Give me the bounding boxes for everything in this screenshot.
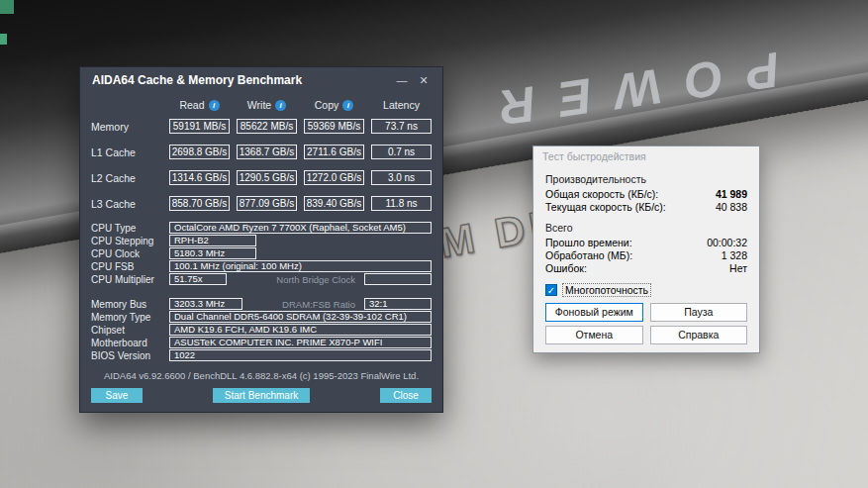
info-row-memory-type: Memory Type Dual Channel DDR5-6400 SDRAM…: [91, 311, 432, 323]
info-label: Chipset: [91, 325, 162, 336]
cpu-fsb-value: 100.1 MHz (original: 100 MHz): [169, 260, 432, 272]
memory-copy-value: 59369 MB/s: [304, 119, 364, 134]
start-benchmark-button[interactable]: Start Benchmark: [213, 388, 310, 403]
checkbox-checked-icon[interactable]: ✓: [545, 284, 557, 296]
write-info-icon[interactable]: i: [275, 100, 286, 111]
l3-read-value: 858.70 GB/s: [169, 196, 230, 211]
errors-value: Нет: [729, 262, 747, 274]
cancel-button[interactable]: Отмена: [545, 326, 643, 344]
speed-test-body: Производительность Общая скорость (КБ/с)…: [533, 166, 759, 352]
l2-read-value: 1314.6 GB/s: [169, 170, 230, 185]
copy-info-icon[interactable]: i: [342, 100, 353, 111]
speed-test-window-title: Тест быстродействия: [542, 150, 646, 162]
current-speed-value: 40 838: [716, 201, 747, 213]
info-row-memory-bus: Memory Bus 3203.3 MHz DRAM:FSB Ratio 32:…: [91, 298, 432, 310]
info-row-cpu-stepping: CPU Stepping RPH-B2: [91, 235, 432, 246]
read-info-icon[interactable]: i: [209, 100, 220, 111]
stat-label: Ошибок:: [545, 262, 587, 274]
aida64-button-bar: Save Start Benchmark Close: [91, 388, 432, 403]
column-latency-label: Latency: [383, 99, 420, 111]
l2-latency-value: 3.0 ns: [371, 170, 432, 185]
benchmark-header-row: Readi Writei Copyi Latency: [91, 99, 432, 111]
column-copy-label: Copy: [315, 99, 339, 111]
row-label: L3 Cache: [91, 198, 162, 210]
info-label: CPU Stepping: [91, 236, 162, 246]
performance-section-header: Производительность: [545, 173, 747, 185]
stat-label: Общая скорость (КБ/с):: [545, 188, 658, 200]
memory-write-value: 85622 MB/s: [237, 119, 297, 134]
stat-row-processed-mb: Обработано (МБ): 1 328: [545, 249, 747, 261]
row-label: L2 Cache: [91, 172, 162, 184]
aida64-window-title: AIDA64 Cache & Memory Benchmark: [92, 73, 391, 87]
memory-type-value: Dual Channel DDR5-6400 SDRAM (32-39-39-1…: [169, 311, 432, 323]
info-row-cpu-multiplier: CPU Multiplier 51.75x North Bridge Clock: [91, 273, 432, 285]
info-label: BIOS Version: [91, 350, 162, 361]
save-button[interactable]: Save: [91, 388, 143, 403]
stat-label: Прошло времени:: [545, 237, 632, 248]
l1-write-value: 1368.7 GB/s: [237, 145, 297, 159]
stat-row-elapsed-time: Прошло времени: 00:00:32: [545, 237, 747, 248]
help-button[interactable]: Справка: [650, 326, 748, 344]
stat-label: Обработано (МБ):: [545, 249, 632, 261]
l3-write-value: 877.09 GB/s: [237, 196, 297, 211]
cpu-type-value: OctalCore AMD Ryzen 7 7700X (Raphael, So…: [169, 222, 432, 234]
total-speed-value: 41 989: [716, 188, 747, 200]
row-label: L1 Cache: [91, 146, 162, 158]
desktop: POWER M DDR5 AIDA64 Cache & Memory Bench…: [0, 0, 868, 488]
l1-read-value: 2698.8 GB/s: [169, 145, 230, 159]
aida64-body: Readi Writei Copyi Latency Memory 59191 …: [80, 93, 442, 412]
info-label: Memory Bus: [91, 299, 162, 310]
close-button[interactable]: Close: [380, 388, 432, 403]
l2-copy-value: 1272.0 GB/s: [304, 170, 364, 185]
info-row-motherboard: Motherboard ASUSTeK COMPUTER INC. PRIME …: [91, 337, 432, 348]
l3-latency-value: 11.8 ns: [371, 196, 432, 211]
memory-read-value: 59191 MB/s: [169, 119, 230, 134]
multithreading-label[interactable]: Многопоточность: [562, 283, 651, 297]
north-bridge-clock-label: North Bridge Clock: [234, 274, 357, 285]
speed-test-titlebar[interactable]: Тест быстродействия: [533, 146, 759, 166]
benchmark-row-l3-cache: L3 Cache 858.70 GB/s 877.09 GB/s 839.40 …: [91, 196, 432, 211]
row-label: Memory: [91, 121, 162, 133]
column-write-label: Write: [247, 99, 271, 111]
minimize-icon[interactable]: —: [391, 74, 413, 86]
stat-row-total-speed: Общая скорость (КБ/с): 41 989: [545, 188, 747, 200]
dram-fsb-ratio-label: DRAM:FSB Ratio: [249, 299, 357, 310]
cpu-clock-value: 5180.3 MHz: [169, 247, 256, 259]
l1-latency-value: 0.7 ns: [371, 145, 432, 159]
section-gap: [91, 286, 432, 298]
stat-row-current-speed: Текущая скорость (КБ/с): 40 838: [545, 201, 747, 213]
stat-row-errors: Ошибок: Нет: [545, 262, 747, 274]
bios-version-value: 1022: [169, 349, 432, 361]
l2-write-value: 1290.5 GB/s: [237, 170, 297, 185]
memory-latency-value: 73.7 ns: [371, 119, 432, 134]
memory-bus-value: 3203.3 MHz: [169, 298, 242, 310]
cpu-multiplier-value: 51.75x: [169, 273, 227, 285]
column-read-label: Read: [179, 99, 204, 111]
aida64-titlebar[interactable]: AIDA64 Cache & Memory Benchmark — ✕: [80, 67, 442, 93]
close-icon[interactable]: ✕: [413, 74, 434, 87]
info-row-chipset: Chipset AMD K19.6 FCH, AMD K19.6 IMC: [91, 324, 432, 336]
background-mode-button[interactable]: Фоновый режим: [545, 303, 643, 322]
pause-button[interactable]: Пауза: [650, 303, 748, 322]
info-label: CPU Clock: [91, 248, 162, 259]
aida64-version-footer: AIDA64 v6.92.6600 / BenchDLL 4.6.882.8-x…: [91, 370, 432, 381]
cpu-stepping-value: RPH-B2: [169, 235, 256, 246]
info-label: Memory Type: [91, 312, 162, 323]
benchmark-row-l2-cache: L2 Cache 1314.6 GB/s 1290.5 GB/s 1272.0 …: [91, 170, 432, 185]
benchmark-row-memory: Memory 59191 MB/s 85622 MB/s 59369 MB/s …: [91, 119, 432, 134]
corner-accent-square-icon: [0, 0, 14, 14]
stat-label: Текущая скорость (КБ/с):: [545, 201, 666, 213]
motherboard-value: ASUSTeK COMPUTER INC. PRIME X870-P WIFI: [169, 337, 432, 348]
multithreading-checkbox-row[interactable]: ✓ Многопоточность: [545, 283, 747, 297]
info-row-cpu-type: CPU Type OctalCore AMD Ryzen 7 7700X (Ra…: [91, 222, 432, 234]
total-section-header: Всего: [545, 222, 747, 234]
elapsed-time-value: 00:00:32: [707, 237, 747, 248]
speed-test-window: Тест быстродействия Производительность О…: [532, 146, 760, 353]
l1-copy-value: 2711.6 GB/s: [304, 145, 364, 159]
info-row-bios-version: BIOS Version 1022: [91, 349, 432, 361]
info-row-cpu-clock: CPU Clock 5180.3 MHz: [91, 247, 432, 259]
dram-fsb-ratio-value: 32:1: [364, 298, 432, 310]
chipset-value: AMD K19.6 FCH, AMD K19.6 IMC: [169, 324, 432, 336]
aida64-benchmark-window: AIDA64 Cache & Memory Benchmark — ✕ Read…: [79, 66, 443, 413]
north-bridge-clock-value: [364, 273, 432, 285]
